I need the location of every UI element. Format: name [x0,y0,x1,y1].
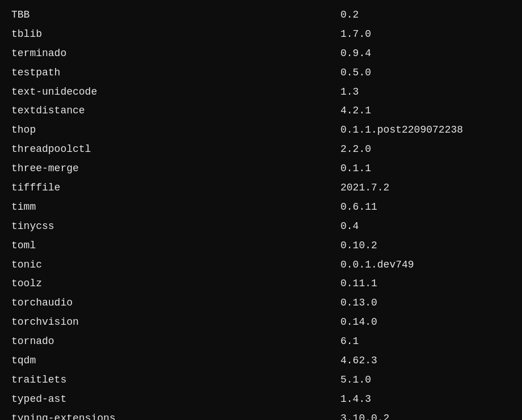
package-name: TBB [11,7,182,23]
package-name: traitlets [11,372,182,388]
table-row: thop0.1.1.post2209072238 [11,121,511,140]
table-row: terminado0.9.4 [11,44,511,63]
package-version: 0.4 [340,219,511,235]
package-version: 0.14.0 [340,315,511,330]
table-row: TBB0.2 [11,6,511,25]
package-name: tifffile [11,180,182,196]
table-row: three-merge0.1.1 [11,159,511,179]
package-name: terminado [11,46,182,62]
package-version: 2.2.0 [340,142,511,158]
table-row: tornado6.1 [11,332,511,351]
table-row: timm0.6.11 [11,198,511,217]
package-version: 5.1.0 [340,372,511,388]
package-name: threadpoolctl [11,142,182,158]
table-row: testpath0.5.0 [11,63,511,83]
package-name: tqdm [11,353,182,369]
table-row: toml0.10.2 [11,236,511,256]
package-version: 0.11.1 [340,276,511,292]
package-version: 0.9.4 [340,46,511,62]
package-version: 1.7.0 [340,27,511,43]
package-name: tornado [11,334,182,350]
table-row: tonic0.0.1.dev749 [11,256,511,275]
table-row: torchaudio0.13.0 [11,294,511,313]
package-version: 0.5.0 [340,65,511,81]
table-row: text-unidecode1.3 [11,83,511,102]
package-name: typed-ast [11,392,182,408]
table-row: typed-ast1.4.3 [11,390,511,409]
table-row: tqdm4.62.3 [11,351,511,371]
package-version: 0.6.11 [340,200,511,215]
package-version: 0.2 [340,7,511,23]
table-row: torchvision0.14.0 [11,313,511,332]
package-name: testpath [11,65,182,81]
package-name: toml [11,238,182,254]
package-name: timm [11,200,182,215]
table-row: threadpoolctl2.2.0 [11,140,511,159]
table-row: tblib1.7.0 [11,25,511,44]
package-version: 0.1.1 [340,161,511,177]
package-list: TBB0.2tblib1.7.0terminado0.9.4testpath0.… [11,6,511,420]
table-row: textdistance4.2.1 [11,101,511,121]
package-version: 6.1 [340,334,511,350]
table-row: traitlets5.1.0 [11,371,511,390]
package-name: three-merge [11,161,182,177]
package-version: 3.10.0.2 [340,411,511,420]
table-row: typing-extensions3.10.0.2 [11,409,511,420]
package-name: toolz [11,276,182,292]
package-name: tblib [11,27,182,43]
package-name: tonic [11,257,182,273]
package-name: textdistance [11,103,182,119]
package-name: thop [11,122,182,138]
package-name: torchaudio [11,295,182,311]
package-version: 1.4.3 [340,392,511,408]
table-row: tinycss0.4 [11,217,511,236]
package-name: torchvision [11,315,182,330]
package-version: 0.13.0 [340,295,511,311]
table-row: tifffile2021.7.2 [11,179,511,198]
package-version: 2021.7.2 [340,180,511,196]
package-version: 0.1.1.post2209072238 [340,122,511,138]
package-version: 0.10.2 [340,238,511,254]
package-name: text-unidecode [11,84,182,100]
package-name: tinycss [11,219,182,235]
package-name: typing-extensions [11,411,182,420]
package-version: 4.62.3 [340,353,511,369]
package-version: 4.2.1 [340,103,511,119]
table-row: toolz0.11.1 [11,274,511,294]
package-version: 0.0.1.dev749 [340,257,511,273]
package-version: 1.3 [340,84,511,100]
